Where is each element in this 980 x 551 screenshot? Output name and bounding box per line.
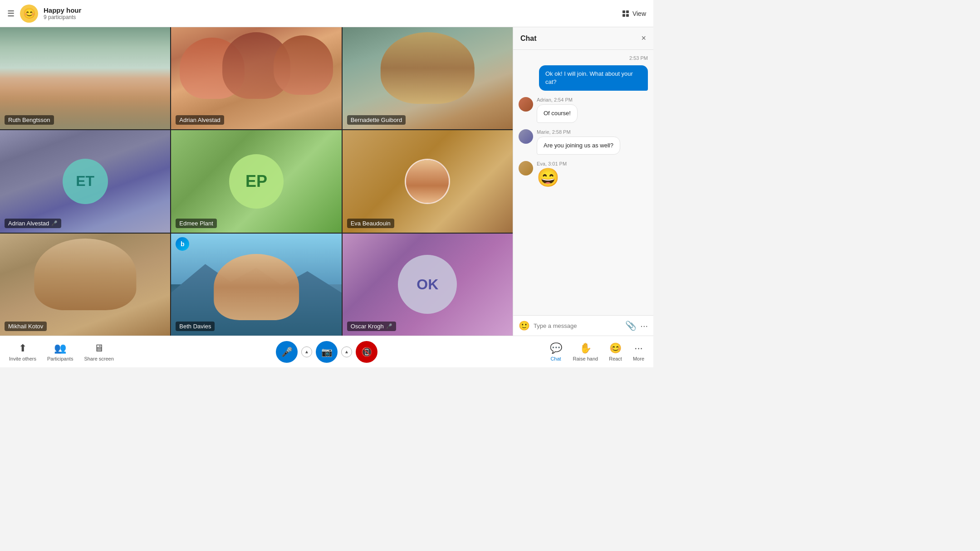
bottom-toolbar: ⬆ Invite others 👥 Participants 🖥 Share s… xyxy=(0,336,653,367)
video-tile-ruth[interactable]: Ruth Bengtsson xyxy=(0,27,170,129)
chat-messages: 2:53 PM Ok ok! I will join. What about y… xyxy=(513,50,653,315)
message-content-marie: Marie, 2:58 PM Are you joining us as wel… xyxy=(537,129,620,155)
bubble-sent-1: Ok ok! I will join. What about your cat? xyxy=(539,65,648,91)
video-tile-et[interactable]: ET Adrian Alvestad 🎤 xyxy=(0,130,170,232)
chat-panel: Chat × 2:53 PM Ok ok! I will join. What … xyxy=(513,27,653,336)
participants-icon: 👥 xyxy=(54,342,66,354)
more-chat-options-button[interactable]: ··· xyxy=(640,321,648,331)
mic-options-chevron[interactable]: ▲ xyxy=(301,346,312,357)
video-tile-adrian-top[interactable]: Adrian Alvestad xyxy=(171,27,341,129)
name-badge-bernadette: Bernadette Guibord xyxy=(347,115,406,125)
react-icon: 😊 xyxy=(609,342,622,354)
camera-button[interactable]: 📷 xyxy=(316,341,338,363)
participants-label: Participants xyxy=(47,356,73,361)
emoji-picker-button[interactable]: 🙂 xyxy=(519,320,530,331)
raise-hand-button[interactable]: ✋ Raise hand xyxy=(573,342,598,361)
name-badge-edmee: Edmee Plant xyxy=(176,219,216,228)
attach-file-button[interactable]: 📎 xyxy=(625,320,637,331)
message-content-eva: Eva, 3:01 PM 😄 xyxy=(537,161,567,186)
participants-button[interactable]: 👥 Participants xyxy=(47,342,73,361)
name-badge-beth: Beth Davies xyxy=(176,322,215,331)
name-badge-eva: Eva Beaudouin xyxy=(347,219,394,228)
invite-label: Invite others xyxy=(9,356,36,361)
meeting-title: Happy hour xyxy=(44,6,81,14)
close-chat-button[interactable]: × xyxy=(641,34,646,43)
chat-icon: 💬 xyxy=(550,342,562,354)
avatar-ep: EP xyxy=(229,154,284,209)
message-content-adrian: Adrian, 2:54 PM Of course! xyxy=(537,97,578,122)
header: ☰ 😊 Happy hour 9 participants View xyxy=(0,0,653,27)
bubble-received-marie: Are you joining us as well? xyxy=(537,137,620,155)
center-controls: 🎤 ▲ 📷 ▲ 📵 xyxy=(276,341,377,363)
more-label: More xyxy=(633,356,644,361)
share-screen-icon: 🖥 xyxy=(94,342,104,354)
video-tile-bernadette[interactable]: Bernadette Guibord xyxy=(343,27,513,129)
chat-header: Chat × xyxy=(513,27,653,50)
message-received-eva: Eva, 3:01 PM 😄 xyxy=(519,161,648,186)
chat-input[interactable] xyxy=(534,322,622,329)
react-button[interactable]: 😊 React xyxy=(609,342,622,361)
meeting-emoji: 😊 xyxy=(20,5,38,23)
sender-time-eva: Eva, 3:01 PM xyxy=(537,161,567,166)
meeting-participants: 9 participants xyxy=(44,14,81,20)
more-button[interactable]: ··· More xyxy=(633,342,644,361)
chat-button[interactable]: 💬 Chat xyxy=(550,342,562,361)
raise-hand-label: Raise hand xyxy=(573,356,598,361)
video-tile-oscar[interactable]: OK Oscar Krogh 🎤 xyxy=(343,234,513,336)
more-icon: ··· xyxy=(634,342,642,354)
muted-icon: 🎤 xyxy=(51,220,58,226)
message-sent-1: 2:53 PM Ok ok! I will join. What about y… xyxy=(519,55,648,91)
hamburger-icon[interactable]: ☰ xyxy=(7,9,15,19)
avatar-adrian xyxy=(519,97,533,112)
invite-icon: ⬆ xyxy=(19,342,27,354)
mute-button[interactable]: 🎤 xyxy=(276,341,298,363)
share-screen-label: Share screen xyxy=(84,356,113,361)
name-badge-mikhail: Mikhail Kotov xyxy=(5,322,47,331)
message-time-sent: 2:53 PM xyxy=(629,55,648,61)
grid-view-icon xyxy=(622,10,629,17)
video-tile-beth[interactable]: b Beth Davies xyxy=(171,234,341,336)
bubble-received-adrian: Of course! xyxy=(537,104,578,122)
avatar-et: ET xyxy=(63,159,108,204)
video-tile-mikhail[interactable]: Mikhail Kotov xyxy=(0,234,170,336)
chat-label: Chat xyxy=(550,356,561,361)
sender-time-marie: Marie, 2:58 PM xyxy=(537,129,620,135)
meeting-info: Happy hour 9 participants xyxy=(44,6,81,20)
video-tile-eva[interactable]: Eva Beaudouin xyxy=(343,130,513,232)
video-grid: Ruth Bengtsson Adrian Alvestad Bernadett… xyxy=(0,27,513,336)
avatar-eva-chat xyxy=(519,161,533,176)
raise-hand-icon: ✋ xyxy=(579,342,592,354)
bing-icon: b xyxy=(176,237,189,251)
message-received-marie: Marie, 2:58 PM Are you joining us as wel… xyxy=(519,129,648,155)
name-badge-ruth: Ruth Bengtsson xyxy=(5,115,54,125)
react-label: React xyxy=(609,356,622,361)
message-received-adrian: Adrian, 2:54 PM Of course! xyxy=(519,97,648,122)
view-button[interactable]: View xyxy=(622,10,646,17)
toolbar-right: 💬 Chat ✋ Raise hand 😊 React ··· More xyxy=(550,342,644,361)
participants-icon-wrap: 👥 xyxy=(54,342,66,354)
oscar-muted-icon: 🎤 xyxy=(386,323,392,329)
avatar-marie xyxy=(519,129,533,144)
share-screen-button[interactable]: 🖥 Share screen xyxy=(84,342,113,361)
name-badge-et: Adrian Alvestad 🎤 xyxy=(5,219,61,228)
toolbar-left: ⬆ Invite others 👥 Participants 🖥 Share s… xyxy=(9,342,114,361)
main-content: Ruth Bengtsson Adrian Alvestad Bernadett… xyxy=(0,27,653,336)
sender-time-adrian: Adrian, 2:54 PM xyxy=(537,97,578,102)
emoji-message-eva: 😄 xyxy=(537,168,567,186)
invite-others-button[interactable]: ⬆ Invite others xyxy=(9,342,36,361)
header-left: ☰ 😊 Happy hour 9 participants xyxy=(7,5,622,23)
avatar-ok: OK xyxy=(398,255,457,314)
name-badge-adrian-top: Adrian Alvestad xyxy=(176,115,224,125)
video-tile-ep[interactable]: EP Edmee Plant xyxy=(171,130,341,232)
name-badge-oscar: Oscar Krogh 🎤 xyxy=(347,322,396,331)
end-call-button[interactable]: 📵 xyxy=(356,341,377,363)
chat-input-area: 🙂 📎 ··· xyxy=(513,315,653,336)
view-label: View xyxy=(632,10,646,17)
cam-options-chevron[interactable]: ▲ xyxy=(341,346,352,357)
chat-panel-title: Chat xyxy=(520,34,537,43)
eva-photo xyxy=(405,159,450,204)
